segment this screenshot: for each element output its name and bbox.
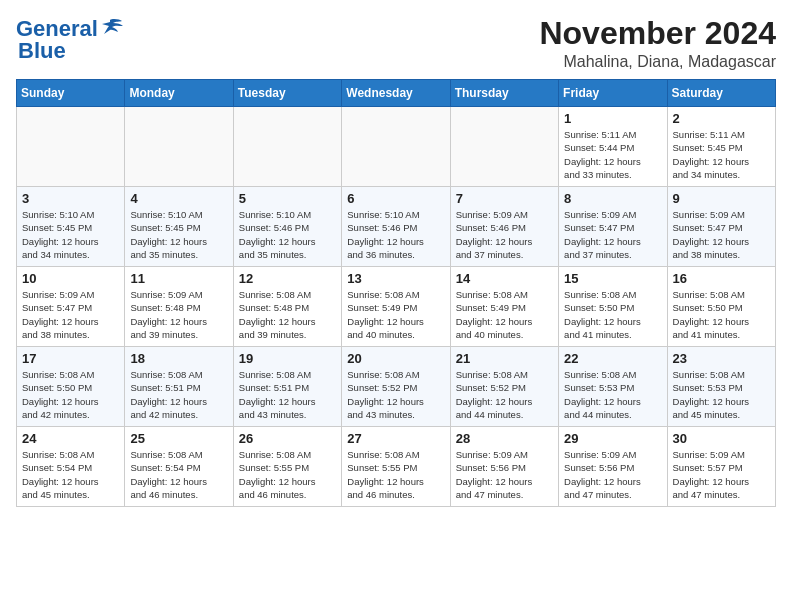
day-info: Sunrise: 5:09 AM Sunset: 5:48 PM Dayligh… [130,288,227,341]
day-cell: 28Sunrise: 5:09 AM Sunset: 5:56 PM Dayli… [450,427,558,507]
col-header-saturday: Saturday [667,80,775,107]
day-number: 22 [564,351,661,366]
day-cell: 20Sunrise: 5:08 AM Sunset: 5:52 PM Dayli… [342,347,450,427]
week-row-5: 24Sunrise: 5:08 AM Sunset: 5:54 PM Dayli… [17,427,776,507]
day-cell [450,107,558,187]
day-info: Sunrise: 5:08 AM Sunset: 5:54 PM Dayligh… [130,448,227,501]
day-number: 11 [130,271,227,286]
day-info: Sunrise: 5:08 AM Sunset: 5:51 PM Dayligh… [239,368,336,421]
day-number: 5 [239,191,336,206]
day-cell: 10Sunrise: 5:09 AM Sunset: 5:47 PM Dayli… [17,267,125,347]
day-cell: 7Sunrise: 5:09 AM Sunset: 5:46 PM Daylig… [450,187,558,267]
day-number: 26 [239,431,336,446]
day-number: 20 [347,351,444,366]
day-number: 21 [456,351,553,366]
day-number: 23 [673,351,770,366]
day-number: 7 [456,191,553,206]
day-cell: 25Sunrise: 5:08 AM Sunset: 5:54 PM Dayli… [125,427,233,507]
logo-bird-icon [102,18,124,36]
day-info: Sunrise: 5:08 AM Sunset: 5:50 PM Dayligh… [22,368,119,421]
day-number: 14 [456,271,553,286]
day-cell: 3Sunrise: 5:10 AM Sunset: 5:45 PM Daylig… [17,187,125,267]
day-cell: 23Sunrise: 5:08 AM Sunset: 5:53 PM Dayli… [667,347,775,427]
day-cell: 16Sunrise: 5:08 AM Sunset: 5:50 PM Dayli… [667,267,775,347]
day-info: Sunrise: 5:08 AM Sunset: 5:48 PM Dayligh… [239,288,336,341]
day-cell: 9Sunrise: 5:09 AM Sunset: 5:47 PM Daylig… [667,187,775,267]
day-cell: 11Sunrise: 5:09 AM Sunset: 5:48 PM Dayli… [125,267,233,347]
day-info: Sunrise: 5:09 AM Sunset: 5:46 PM Dayligh… [456,208,553,261]
day-info: Sunrise: 5:08 AM Sunset: 5:54 PM Dayligh… [22,448,119,501]
day-cell: 22Sunrise: 5:08 AM Sunset: 5:53 PM Dayli… [559,347,667,427]
day-info: Sunrise: 5:11 AM Sunset: 5:44 PM Dayligh… [564,128,661,181]
day-cell [17,107,125,187]
day-info: Sunrise: 5:10 AM Sunset: 5:45 PM Dayligh… [22,208,119,261]
day-number: 29 [564,431,661,446]
day-cell: 2Sunrise: 5:11 AM Sunset: 5:45 PM Daylig… [667,107,775,187]
col-header-monday: Monday [125,80,233,107]
day-info: Sunrise: 5:08 AM Sunset: 5:51 PM Dayligh… [130,368,227,421]
day-info: Sunrise: 5:10 AM Sunset: 5:45 PM Dayligh… [130,208,227,261]
day-cell: 18Sunrise: 5:08 AM Sunset: 5:51 PM Dayli… [125,347,233,427]
day-number: 1 [564,111,661,126]
day-cell: 4Sunrise: 5:10 AM Sunset: 5:45 PM Daylig… [125,187,233,267]
day-info: Sunrise: 5:08 AM Sunset: 5:53 PM Dayligh… [673,368,770,421]
day-number: 19 [239,351,336,366]
day-cell: 14Sunrise: 5:08 AM Sunset: 5:49 PM Dayli… [450,267,558,347]
day-info: Sunrise: 5:09 AM Sunset: 5:47 PM Dayligh… [22,288,119,341]
day-number: 8 [564,191,661,206]
day-info: Sunrise: 5:09 AM Sunset: 5:47 PM Dayligh… [673,208,770,261]
day-number: 18 [130,351,227,366]
day-info: Sunrise: 5:08 AM Sunset: 5:52 PM Dayligh… [347,368,444,421]
day-cell: 21Sunrise: 5:08 AM Sunset: 5:52 PM Dayli… [450,347,558,427]
day-cell: 15Sunrise: 5:08 AM Sunset: 5:50 PM Dayli… [559,267,667,347]
day-info: Sunrise: 5:10 AM Sunset: 5:46 PM Dayligh… [347,208,444,261]
day-info: Sunrise: 5:08 AM Sunset: 5:55 PM Dayligh… [347,448,444,501]
day-info: Sunrise: 5:09 AM Sunset: 5:56 PM Dayligh… [456,448,553,501]
day-info: Sunrise: 5:08 AM Sunset: 5:50 PM Dayligh… [673,288,770,341]
day-cell: 5Sunrise: 5:10 AM Sunset: 5:46 PM Daylig… [233,187,341,267]
week-row-1: 1Sunrise: 5:11 AM Sunset: 5:44 PM Daylig… [17,107,776,187]
day-cell [233,107,341,187]
day-number: 24 [22,431,119,446]
col-header-thursday: Thursday [450,80,558,107]
week-row-2: 3Sunrise: 5:10 AM Sunset: 5:45 PM Daylig… [17,187,776,267]
day-cell: 30Sunrise: 5:09 AM Sunset: 5:57 PM Dayli… [667,427,775,507]
logo-blue: Blue [18,38,66,64]
header: General Blue November 2024 Mahalina, Dia… [16,16,776,71]
day-cell: 19Sunrise: 5:08 AM Sunset: 5:51 PM Dayli… [233,347,341,427]
col-header-wednesday: Wednesday [342,80,450,107]
day-number: 15 [564,271,661,286]
day-info: Sunrise: 5:08 AM Sunset: 5:55 PM Dayligh… [239,448,336,501]
day-number: 10 [22,271,119,286]
col-header-tuesday: Tuesday [233,80,341,107]
day-number: 6 [347,191,444,206]
day-number: 30 [673,431,770,446]
day-cell: 1Sunrise: 5:11 AM Sunset: 5:44 PM Daylig… [559,107,667,187]
day-cell [342,107,450,187]
title-area: November 2024 Mahalina, Diana, Madagasca… [539,16,776,71]
day-number: 16 [673,271,770,286]
day-info: Sunrise: 5:11 AM Sunset: 5:45 PM Dayligh… [673,128,770,181]
day-cell: 24Sunrise: 5:08 AM Sunset: 5:54 PM Dayli… [17,427,125,507]
day-number: 2 [673,111,770,126]
week-row-3: 10Sunrise: 5:09 AM Sunset: 5:47 PM Dayli… [17,267,776,347]
day-number: 17 [22,351,119,366]
day-number: 28 [456,431,553,446]
day-info: Sunrise: 5:08 AM Sunset: 5:52 PM Dayligh… [456,368,553,421]
header-row: SundayMondayTuesdayWednesdayThursdayFrid… [17,80,776,107]
day-cell: 26Sunrise: 5:08 AM Sunset: 5:55 PM Dayli… [233,427,341,507]
day-info: Sunrise: 5:08 AM Sunset: 5:50 PM Dayligh… [564,288,661,341]
col-header-friday: Friday [559,80,667,107]
day-number: 9 [673,191,770,206]
day-cell: 17Sunrise: 5:08 AM Sunset: 5:50 PM Dayli… [17,347,125,427]
day-cell: 6Sunrise: 5:10 AM Sunset: 5:46 PM Daylig… [342,187,450,267]
day-cell: 8Sunrise: 5:09 AM Sunset: 5:47 PM Daylig… [559,187,667,267]
day-info: Sunrise: 5:09 AM Sunset: 5:47 PM Dayligh… [564,208,661,261]
day-number: 27 [347,431,444,446]
day-info: Sunrise: 5:10 AM Sunset: 5:46 PM Dayligh… [239,208,336,261]
day-cell: 13Sunrise: 5:08 AM Sunset: 5:49 PM Dayli… [342,267,450,347]
day-info: Sunrise: 5:09 AM Sunset: 5:56 PM Dayligh… [564,448,661,501]
calendar-table: SundayMondayTuesdayWednesdayThursdayFrid… [16,79,776,507]
day-number: 3 [22,191,119,206]
month-title: November 2024 [539,16,776,51]
